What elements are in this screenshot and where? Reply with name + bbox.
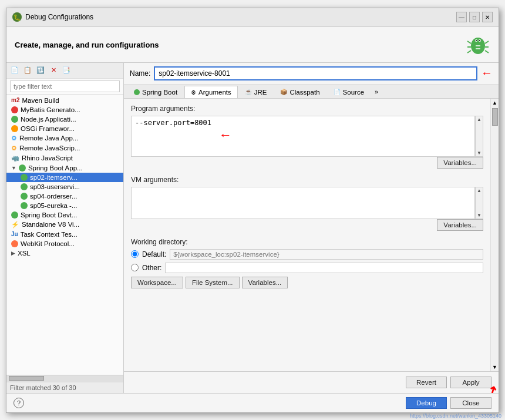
scroll-down-arrow[interactable]: ▼ <box>477 150 482 156</box>
vm-args-label: VM arguments: <box>131 176 483 184</box>
tree-item-osgi[interactable]: OSGi Framewor... <box>6 124 123 133</box>
dialog-title: Debug Configurations <box>25 13 93 21</box>
default-radio[interactable] <box>131 250 139 258</box>
content-scroll-wrapper: Program arguments: --server.port=8001 ▲ … <box>124 99 499 371</box>
tree-item-sp05[interactable]: sp05-eureka -... <box>6 201 123 210</box>
right-panel: Name: ← Spring Boot ⚙ Arguments ☕ JRE <box>124 63 499 393</box>
tree-item-remote-java[interactable]: ⚙ Remote Java App... <box>6 133 123 143</box>
new-config-button[interactable]: 📄 <box>9 65 21 76</box>
maximize-button[interactable]: □ <box>469 12 480 22</box>
tree-item-webkit[interactable]: WebKit Protocol... <box>6 239 123 248</box>
springboot-icon <box>19 164 26 172</box>
default-radio-label: Default: <box>142 250 166 258</box>
scroll-up-arrow[interactable]: ▲ <box>477 188 482 193</box>
footer: ? Debug Close <box>6 393 499 412</box>
maven-icon: m2 <box>11 97 19 103</box>
other-dir-input[interactable] <box>165 263 483 273</box>
config-tree: m2 Maven Build MyBatis Generato... Node.… <box>6 95 123 375</box>
tab-jre[interactable]: ☕ JRE <box>238 86 274 98</box>
filesystem-button[interactable]: File System... <box>186 277 240 288</box>
tree-item-label: sp03-userservi... <box>30 183 80 190</box>
tree-item-label: Remote JavaScrip... <box>19 145 80 152</box>
collapse-button[interactable]: 📑 <box>60 65 72 76</box>
left-panel: 📄 📋 🔃 ✕ 📑 m2 Maven Build MyBatis Generat… <box>6 63 124 393</box>
tree-item-label: sp04-orderser... <box>30 193 78 200</box>
other-radio[interactable] <box>131 264 139 271</box>
tree-item-task[interactable]: Ju Task Context Tes... <box>6 230 123 239</box>
bug-logo-icon <box>466 33 490 58</box>
program-args-textarea[interactable]: --server.port=8001 <box>131 116 475 157</box>
tree-item-standalone[interactable]: ⚡ Standalone V8 Vi... <box>6 220 123 230</box>
scroll-down-arrow[interactable]: ▼ <box>477 213 482 218</box>
tree-item-nodejs[interactable]: Node.js Applicati... <box>6 115 123 124</box>
tree-item-label: Node.js Applicati... <box>21 116 76 123</box>
program-args-scrollbar: ▲ ▼ <box>475 116 483 157</box>
tab-springboot[interactable]: Spring Boot <box>127 86 184 98</box>
refresh-button[interactable]: 🔃 <box>35 65 46 76</box>
scroll-up-arrow[interactable]: ▲ <box>477 117 482 122</box>
name-label: Name: <box>130 69 150 78</box>
tabs-bar: Spring Boot ⚙ Arguments ☕ JRE 📦 Classpat… <box>124 85 499 99</box>
tree-item-sp03[interactable]: sp03-userservi... <box>6 182 123 191</box>
footer-right: Debug Close <box>406 397 491 409</box>
close-dialog-button[interactable]: Close <box>450 397 491 409</box>
rhino-icon: 🦏 <box>11 154 19 162</box>
program-variables-row: Variables... <box>131 157 483 169</box>
jre-tab-icon: ☕ <box>245 89 252 95</box>
tab-classpath[interactable]: 📦 Classpath <box>274 86 326 98</box>
tree-item-label: Remote Java App... <box>19 135 78 142</box>
vm-args-scrollbar: ▲ ▼ <box>475 187 483 219</box>
tree-item-label: Spring Boot Devt... <box>21 211 78 219</box>
osgi-icon <box>11 125 18 132</box>
expand-icon: ▼ <box>11 165 16 171</box>
left-toolbar: 📄 📋 🔃 ✕ 📑 <box>6 63 123 79</box>
scroll-down-button[interactable]: ▼ <box>491 363 499 371</box>
search-input[interactable] <box>10 80 120 92</box>
sp03-icon <box>21 183 28 190</box>
tree-item-sp04[interactable]: sp04-orderser... <box>6 191 123 201</box>
right-scrollbar[interactable]: ▲ ▼ <box>490 99 499 371</box>
debug-button[interactable]: Debug <box>406 397 447 409</box>
remote-js-icon: ⚙ <box>11 145 17 152</box>
program-args-arrow: ← <box>219 127 232 143</box>
tab-overflow[interactable]: » <box>371 86 382 98</box>
svg-line-9 <box>485 41 489 43</box>
svg-line-8 <box>467 51 471 53</box>
workspace-button[interactable]: Workspace... <box>131 277 183 288</box>
vm-args-textarea[interactable] <box>131 187 475 219</box>
tree-item-springboot-devt[interactable]: Spring Boot Devt... <box>6 210 123 220</box>
tree-item-sp02[interactable]: sp02-itemserv... <box>6 173 123 182</box>
vm-variables-button[interactable]: Variables... <box>437 219 483 231</box>
variables-btn2[interactable]: Variables... <box>242 277 288 288</box>
tab-label: Spring Boot <box>142 89 177 96</box>
default-dir-input[interactable] <box>170 249 483 260</box>
minimize-button[interactable]: — <box>456 12 467 22</box>
help-button[interactable]: ? <box>14 398 24 408</box>
tree-item-label: WebKit Protocol... <box>21 240 75 247</box>
apply-button[interactable]: Apply <box>450 377 491 388</box>
tree-item-label: Rhino JavaScript <box>22 154 73 162</box>
revert-button[interactable]: Revert <box>406 377 447 388</box>
duplicate-button[interactable]: 📋 <box>22 65 33 76</box>
scroll-up-button[interactable]: ▲ <box>491 99 499 107</box>
watermark: https://blog.csdn.net/wankin_43305140 <box>410 413 501 419</box>
tree-item-mybatis[interactable]: MyBatis Generato... <box>6 105 123 115</box>
task-icon: Ju <box>11 231 18 237</box>
tree-item-maven[interactable]: m2 Maven Build <box>6 96 123 105</box>
horizontal-scrollbar[interactable] <box>6 375 123 382</box>
tree-item-remote-js[interactable]: ⚙ Remote JavaScrip... <box>6 143 123 153</box>
workspace-buttons-row: Workspace... File System... Variables... <box>131 277 483 288</box>
close-button[interactable]: ✕ <box>482 12 493 22</box>
tree-item-rhino[interactable]: 🦏 Rhino JavaScript <box>6 153 123 163</box>
tree-item-xsl[interactable]: ▶ XSL <box>6 248 123 258</box>
tab-arguments[interactable]: ⚙ Arguments <box>184 86 238 98</box>
tab-source[interactable]: 📄 Source <box>327 86 371 98</box>
tree-item-springboot[interactable]: ▼ Spring Boot App... <box>6 163 123 173</box>
tab-label: Source <box>343 89 364 96</box>
tree-item-label: Spring Boot App... <box>28 164 83 172</box>
program-args-label: Program arguments: <box>131 105 483 113</box>
search-box <box>6 79 123 95</box>
delete-button[interactable]: ✕ <box>48 65 59 76</box>
name-input[interactable] <box>154 66 477 80</box>
program-variables-button[interactable]: Variables... <box>437 157 483 169</box>
